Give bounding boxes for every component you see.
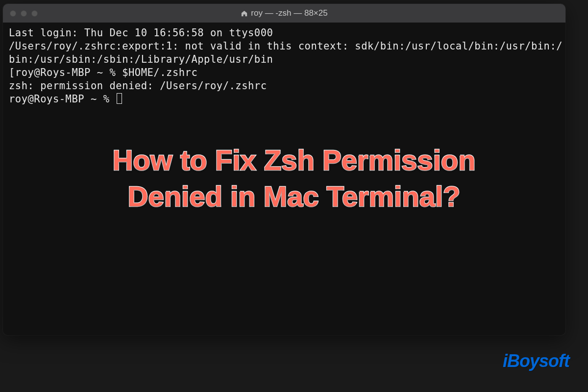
home-icon (241, 10, 248, 17)
prompt-text: roy@Roys-MBP ~ % (9, 93, 116, 105)
cursor (117, 93, 122, 104)
terminal-line: zsh: permission denied: /Users/roy/.zshr… (9, 79, 560, 93)
terminal-line: bin:/usr/sbin:/sbin:/Library/Apple/usr/b… (9, 53, 560, 66)
brand-logo: iBoysoft (503, 351, 569, 371)
brand-text: iBoysoft (503, 351, 569, 371)
traffic-lights (10, 10, 38, 17)
minimize-button[interactable] (21, 10, 27, 17)
terminal-window: roy — -zsh — 88×25 Last login: Thu Dec 1… (3, 4, 565, 335)
terminal-line: /Users/roy/.zshrc:export:1: not valid in… (9, 40, 560, 53)
terminal-line: [roy@Roys-MBP ~ % $HOME/.zshrc (9, 66, 560, 79)
window-title-text: roy — -zsh — 88×25 (251, 8, 327, 18)
window-titlebar[interactable]: roy — -zsh — 88×25 (3, 4, 565, 23)
zoom-button[interactable] (31, 10, 38, 17)
window-title: roy — -zsh — 88×25 (3, 8, 565, 18)
terminal-line: Last login: Thu Dec 10 16:56:58 on ttys0… (9, 26, 560, 40)
close-button[interactable] (10, 10, 16, 17)
terminal-prompt-line: roy@Roys-MBP ~ % (9, 93, 560, 106)
terminal-output[interactable]: Last login: Thu Dec 10 16:56:58 on ttys0… (3, 23, 565, 335)
